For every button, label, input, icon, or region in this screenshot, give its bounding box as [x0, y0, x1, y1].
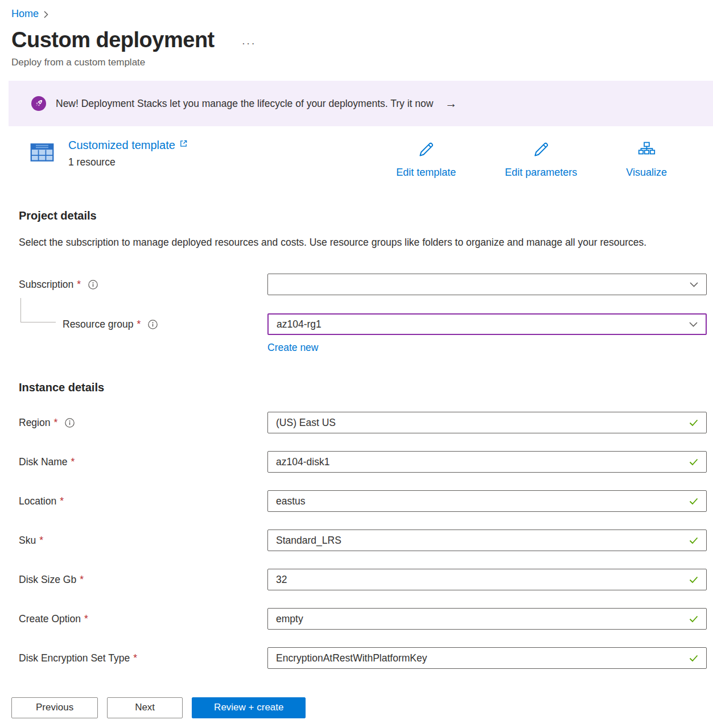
disk-encryption-set-type-label: Disk Encryption Set Type	[19, 652, 130, 664]
custom-deployment-page: Home Custom deployment ··· Deploy from a…	[0, 0, 713, 669]
disk-name-field-row: Disk Name * az104-disk1	[19, 451, 707, 473]
disk-encryption-set-type-field-row: Disk Encryption Set Type * EncryptionAtR…	[19, 647, 707, 669]
sku-value: Standard_LRS	[276, 535, 689, 547]
template-text: Customized template 1 resource	[68, 139, 188, 179]
disk-name-value: az104-disk1	[276, 456, 689, 468]
sku-label: Sku	[19, 535, 36, 547]
region-field-row: Region * (US) East US	[19, 412, 707, 433]
page-subtitle: Deploy from a custom template	[11, 57, 707, 68]
sku-field-row: Sku * Standard_LRS	[19, 530, 707, 551]
location-input[interactable]: eastus	[267, 490, 707, 512]
region-input[interactable]: (US) East US	[267, 412, 707, 433]
checkmark-icon	[689, 655, 698, 662]
resource-group-value: az104-rg1	[277, 318, 689, 330]
create-option-value: empty	[276, 613, 689, 625]
required-marker: *	[137, 318, 141, 330]
edit-parameters-label: Edit parameters	[505, 167, 577, 179]
location-value: eastus	[276, 495, 689, 507]
required-marker: *	[133, 652, 137, 664]
visualize-label: Visualize	[626, 167, 667, 179]
visualize-button[interactable]: Visualize	[626, 141, 667, 179]
external-link-icon	[179, 139, 188, 148]
template-summary: Customized template 1 resource	[11, 139, 707, 179]
resource-group-label: Resource group	[63, 318, 134, 330]
footer-bar: Previous Next Review + create	[0, 687, 713, 728]
edit-template-button[interactable]: Edit template	[396, 141, 456, 179]
next-button[interactable]: Next	[107, 697, 183, 718]
checkmark-icon	[689, 498, 698, 505]
location-field-row: Location * eastus	[19, 490, 707, 512]
template-icon	[30, 140, 55, 179]
template-actions: Edit template Edit parameters	[396, 139, 667, 179]
required-marker: *	[84, 613, 88, 625]
edit-template-label: Edit template	[396, 167, 456, 179]
chevron-down-icon	[690, 282, 698, 287]
rocket-icon	[31, 96, 46, 111]
sitemap-icon	[638, 141, 656, 161]
create-option-field-row: Create Option * empty	[19, 608, 707, 630]
customized-template-link[interactable]: Customized template	[68, 139, 175, 152]
title-row: Custom deployment ···	[11, 28, 707, 52]
instance-details-heading: Instance details	[19, 381, 707, 394]
disk-encryption-set-type-input[interactable]: EncryptionAtRestWithPlatformKey	[267, 647, 707, 669]
banner-message: New! Deployment Stacks let you manage th…	[56, 98, 433, 110]
create-option-input[interactable]: empty	[267, 608, 707, 630]
chevron-down-icon	[689, 322, 698, 327]
location-label: Location	[19, 495, 56, 507]
checkmark-icon	[689, 576, 698, 584]
required-marker: *	[39, 535, 43, 547]
required-marker: *	[77, 279, 81, 291]
checkmark-icon	[689, 615, 698, 623]
disk-size-gb-value: 32	[276, 574, 689, 586]
info-icon[interactable]	[88, 280, 98, 289]
chevron-right-icon	[44, 11, 48, 18]
project-details-heading: Project details	[19, 209, 707, 222]
template-resource-count: 1 resource	[68, 156, 188, 168]
checkmark-icon	[689, 458, 698, 466]
region-label: Region	[19, 417, 50, 429]
disk-size-gb-field-row: Disk Size Gb * 32	[19, 569, 707, 590]
form-area: Project details Select the subscription …	[19, 209, 707, 669]
disk-size-gb-input[interactable]: 32	[267, 569, 707, 590]
disk-name-label: Disk Name	[19, 456, 68, 468]
disk-size-gb-label: Disk Size Gb	[19, 574, 76, 586]
breadcrumb: Home	[11, 7, 707, 20]
project-details-description: Select the subscription to manage deploy…	[19, 234, 673, 251]
page-title: Custom deployment	[11, 28, 215, 52]
deployment-stacks-banner[interactable]: New! Deployment Stacks let you manage th…	[9, 81, 713, 126]
required-marker: *	[80, 574, 84, 586]
field-connector-line	[20, 298, 56, 322]
disk-name-input[interactable]: az104-disk1	[267, 451, 707, 473]
subscription-label: Subscription	[19, 279, 73, 291]
region-value: (US) East US	[276, 417, 689, 429]
disk-encryption-set-type-value: EncryptionAtRestWithPlatformKey	[276, 652, 689, 664]
arrow-right-icon[interactable]: →	[445, 97, 457, 110]
resource-group-field-row: Resource group * az104-rg1	[19, 313, 707, 335]
subscription-dropdown[interactable]	[267, 274, 707, 295]
subscription-field-row: Subscription *	[19, 274, 707, 295]
edit-parameters-button[interactable]: Edit parameters	[505, 141, 577, 179]
checkmark-icon	[689, 537, 698, 544]
sku-input[interactable]: Standard_LRS	[267, 530, 707, 551]
required-marker: *	[71, 456, 75, 468]
pencil-icon	[418, 141, 435, 161]
review-create-button[interactable]: Review + create	[192, 697, 306, 718]
create-new-link[interactable]: Create new	[267, 342, 319, 353]
resource-group-dropdown[interactable]: az104-rg1	[267, 313, 707, 335]
required-marker: *	[60, 495, 64, 507]
create-option-label: Create Option	[19, 613, 81, 625]
info-icon[interactable]	[148, 320, 158, 329]
required-marker: *	[53, 417, 57, 429]
info-icon[interactable]	[65, 418, 75, 428]
more-options-button[interactable]: ···	[242, 37, 256, 49]
previous-button[interactable]: Previous	[11, 697, 98, 718]
template-info: Customized template 1 resource	[30, 139, 188, 179]
checkmark-icon	[689, 419, 698, 427]
breadcrumb-home-link[interactable]: Home	[11, 8, 39, 20]
pencil-icon	[533, 141, 550, 161]
